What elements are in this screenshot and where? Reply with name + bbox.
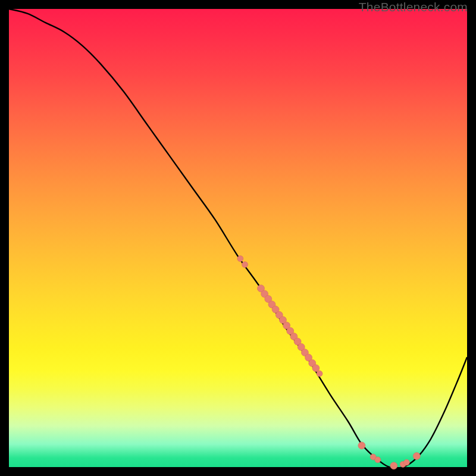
scatter-dot	[413, 453, 420, 460]
scatter-dot	[312, 365, 320, 372]
scatter-dot	[237, 256, 243, 262]
scatter-points	[237, 256, 420, 469]
chart-svg	[0, 0, 476, 476]
scatter-dot	[375, 457, 381, 463]
watermark-text: TheBottleneck.com	[359, 0, 468, 14]
scatter-dot	[403, 459, 409, 465]
bottleneck-curve	[9, 9, 467, 468]
scatter-dot	[242, 262, 248, 268]
scatter-dot	[317, 371, 322, 377]
scatter-dot	[390, 462, 397, 469]
scatter-dot	[358, 442, 365, 449]
